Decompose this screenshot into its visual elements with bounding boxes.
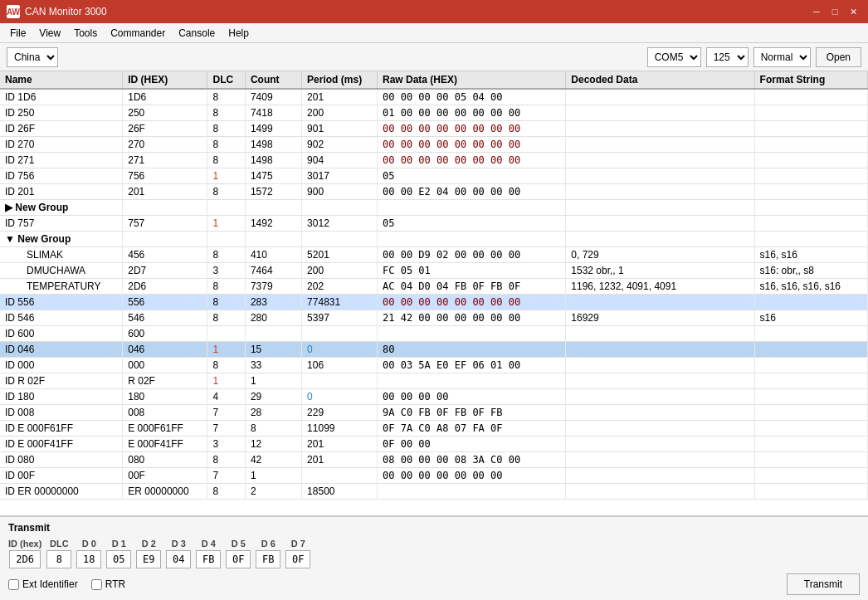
- open-button[interactable]: Open: [816, 47, 861, 67]
- cell-decoded: [566, 89, 754, 105]
- table-row[interactable]: ID 00F00F7100 00 00 00 00 00 00: [0, 468, 868, 484]
- app-icon: AW: [7, 5, 20, 18]
- table-row[interactable]: ID 2502508741820001 00 00 00 00 00 00 00: [0, 105, 868, 121]
- cell-raw: 05: [378, 216, 566, 232]
- cell-name: ID 600: [0, 326, 123, 342]
- cell-format: [754, 326, 867, 342]
- cell-dlc: [207, 326, 245, 342]
- ext-identifier-label[interactable]: Ext Identifier: [8, 578, 78, 590]
- cell-id: 180: [123, 389, 207, 405]
- cell-decoded: [566, 153, 754, 168]
- table-row[interactable]: ID 00000083310600 03 5A E0 EF 06 01 00: [0, 358, 868, 373]
- cell-name: ID R 02F: [0, 373, 123, 389]
- cell-period: [302, 326, 378, 342]
- transmit-d7-label: D 7: [291, 539, 305, 549]
- transmit-d4-input[interactable]: [196, 550, 221, 568]
- table-row[interactable]: ID ER 00000000ER 000000008218500: [0, 484, 868, 500]
- menu-commander[interactable]: Commander: [104, 26, 172, 41]
- transmit-d5-input[interactable]: [226, 550, 251, 568]
- transmit-dlc-input[interactable]: [46, 550, 71, 568]
- table-row[interactable]: ID 0080087282299A C0 FB 0F FB 0F FB: [0, 405, 868, 421]
- cell-count: 410: [245, 247, 301, 263]
- table-row[interactable]: ID 5465468280539721 42 00 00 00 00 00 00…: [0, 310, 868, 326]
- transmit-d7-input[interactable]: [285, 550, 310, 568]
- cell-count: 42: [245, 452, 301, 468]
- table-row[interactable]: ▼ New Group: [0, 232, 868, 247]
- transmit-d3-input[interactable]: [166, 550, 191, 568]
- cell-raw: 00 00 E2 04 00 00 00 00: [378, 184, 566, 200]
- table-row[interactable]: ID 556556828377483100 00 00 00 00 00 00 …: [0, 295, 868, 310]
- table-row[interactable]: ID 75675611475301705: [0, 168, 868, 184]
- header-decoded: Decoded Data: [566, 71, 754, 89]
- cell-period: 0: [302, 389, 378, 405]
- cell-name: ID 556: [0, 295, 123, 310]
- table-row[interactable]: ID 75775711492301205: [0, 216, 868, 232]
- cell-format: [754, 421, 867, 437]
- baud-select[interactable]: 125: [706, 47, 749, 67]
- close-button[interactable]: ✕: [845, 4, 861, 19]
- table-row[interactable]: ID 2712718149890400 00 00 00 00 00 00 00: [0, 153, 868, 168]
- menu-view[interactable]: View: [32, 26, 67, 41]
- table-row[interactable]: ID 600600: [0, 326, 868, 342]
- com-select[interactable]: COM5: [647, 47, 701, 67]
- menu-tools[interactable]: Tools: [67, 26, 104, 41]
- cell-name: ID 00F: [0, 468, 123, 484]
- rtr-checkbox[interactable]: [91, 579, 102, 590]
- transmit-d2-label: D 2: [142, 539, 156, 549]
- cell-period: 5201: [302, 247, 378, 263]
- table-row[interactable]: TEMPERATURY2D687379202AC 04 D0 04 FB 0F …: [0, 279, 868, 295]
- minimize-button[interactable]: ─: [808, 4, 825, 19]
- transmit-dlc-group: DLC: [46, 539, 71, 568]
- menu-cansole[interactable]: Cansole: [172, 26, 222, 41]
- cell-count: 7409: [245, 89, 301, 105]
- cell-name: ID E 000F41FF: [0, 437, 123, 452]
- table-row[interactable]: ID E 000F41FFE 000F41FF3122010F 00 00: [0, 437, 868, 452]
- transmit-d2-input[interactable]: [136, 550, 161, 568]
- cell-count: 7379: [245, 279, 301, 295]
- region-select[interactable]: China: [7, 47, 58, 67]
- maximize-button[interactable]: □: [827, 4, 843, 19]
- transmit-id-input[interactable]: [9, 550, 41, 568]
- cell-dlc: 8: [207, 184, 245, 200]
- menu-file[interactable]: File: [3, 26, 32, 41]
- transmit-fields: ID (hex) DLC D 0 D 1 D 2 D 3: [8, 539, 860, 568]
- cell-id: 600: [123, 326, 207, 342]
- cell-format: [754, 200, 867, 216]
- table-row[interactable]: ID E 000F61FFE 000F61FF78110990F 7A C0 A…: [0, 421, 868, 437]
- cell-count: 28: [245, 405, 301, 421]
- transmit-area: Transmit ID (hex) DLC D 0 D 1 D 2: [0, 516, 868, 600]
- transmit-d6-input[interactable]: [256, 550, 280, 568]
- cell-raw: 01 00 00 00 00 00 00 00: [378, 105, 566, 121]
- transmit-d1-input[interactable]: [106, 550, 131, 568]
- cell-count: 2: [245, 484, 301, 500]
- cell-id: 2D7: [123, 263, 207, 279]
- transmit-button[interactable]: Transmit: [787, 573, 860, 595]
- table-row[interactable]: ID 26F26F8149990100 00 00 00 00 00 00 00: [0, 121, 868, 137]
- table-row[interactable]: ID 1D61D68740920100 00 00 00 05 04 00: [0, 89, 868, 105]
- cell-raw: 00 00 00 00 00 00 00 00: [378, 153, 566, 168]
- table-row[interactable]: ID 180180429000 00 00 00: [0, 389, 868, 405]
- table-row[interactable]: ID 046046115080: [0, 342, 868, 358]
- table-row[interactable]: ID 2702708149890200 00 00 00 00 00 00 00: [0, 137, 868, 153]
- cell-count: 1: [245, 373, 301, 389]
- cell-id: 00F: [123, 468, 207, 484]
- cell-decoded: [566, 184, 754, 200]
- table-row[interactable]: ID R 02FR 02F11: [0, 373, 868, 389]
- menu-help[interactable]: Help: [222, 26, 256, 41]
- table-row[interactable]: DMUCHAWA2D737464200FC 05 011532 obr,, 1s…: [0, 263, 868, 279]
- cell-period: 200: [302, 263, 378, 279]
- cell-name: ID 757: [0, 216, 123, 232]
- cell-dlc: 8: [207, 279, 245, 295]
- cell-decoded: [566, 358, 754, 373]
- mode-select[interactable]: Normal: [753, 47, 811, 67]
- table-row[interactable]: ID 2012018157290000 00 E2 04 00 00 00 00: [0, 184, 868, 200]
- ext-identifier-checkbox[interactable]: [8, 579, 19, 590]
- table-row[interactable]: SLIMAK4568410520100 00 D9 02 00 00 00 00…: [0, 247, 868, 263]
- rtr-label[interactable]: RTR: [91, 578, 125, 590]
- transmit-d0-input[interactable]: [76, 550, 101, 568]
- transmit-d3-label: D 3: [172, 539, 186, 549]
- table-row[interactable]: ID 08008084220108 00 00 00 08 3A C0 00: [0, 452, 868, 468]
- table-row[interactable]: ▶ New Group: [0, 200, 868, 216]
- menu-bar: File View Tools Commander Cansole Help: [0, 23, 868, 43]
- can-table-container[interactable]: Name ID (HEX) DLC Count Period (ms) Raw …: [0, 71, 868, 516]
